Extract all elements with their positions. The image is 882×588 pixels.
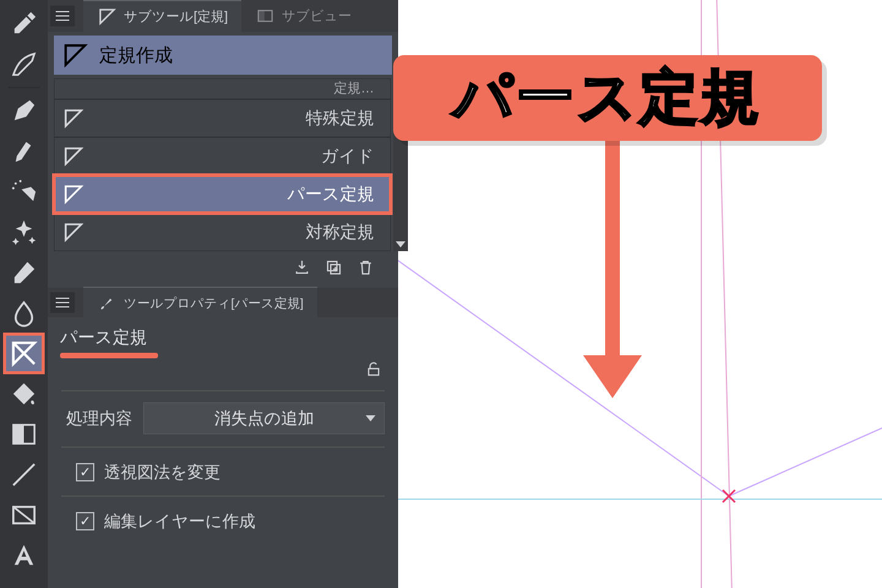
scroll-down-icon — [396, 241, 405, 247]
svg-line-10 — [398, 239, 729, 496]
process-select[interactable]: 消失点の追加 — [143, 402, 385, 434]
tool-property-tab-bar: ツールプロパティ[パース定規] — [48, 288, 398, 317]
annotation-callout: パース定規 — [393, 55, 822, 141]
eyedropper-tool[interactable] — [5, 5, 43, 43]
subtool-label: ガイド — [92, 145, 374, 168]
unlock-icon[interactable] — [365, 361, 382, 378]
pen-tool[interactable] — [5, 92, 43, 130]
airbrush-icon — [10, 178, 38, 206]
chevron-down-icon — [366, 415, 375, 421]
fill-tool[interactable] — [5, 375, 43, 413]
tool-property-tab-label: ツールプロパティ[パース定規] — [124, 295, 304, 312]
marker-tool[interactable] — [5, 132, 43, 170]
trash-icon — [356, 258, 375, 277]
pen-icon — [10, 97, 38, 125]
toolbar-separator — [8, 87, 40, 88]
subtool-label: パース定規 — [92, 183, 374, 206]
subtool-item-perspective[interactable]: パース定規 — [54, 175, 391, 213]
subtool-tab-bar: サブツール[定規] サブビュー — [48, 0, 398, 32]
divider — [61, 447, 385, 448]
airbrush-tool[interactable] — [5, 173, 43, 211]
option-change-perspective[interactable]: 透視図法を変更 — [76, 461, 398, 483]
svg-line-11 — [729, 398, 882, 496]
tab-tool-property[interactable]: ツールプロパティ[パース定規] — [83, 287, 317, 318]
ruler-icon — [63, 146, 84, 167]
svg-point-0 — [15, 183, 17, 185]
annotation-arrow — [591, 141, 634, 398]
subtool-item-guide[interactable]: ガイド — [54, 137, 391, 175]
main-toolbar — [0, 0, 48, 588]
curve-pen-icon — [10, 50, 38, 78]
subtool-label: 定規… — [63, 79, 374, 97]
text-icon — [10, 541, 38, 570]
fill-icon — [10, 380, 38, 408]
process-label: 処理内容 — [66, 407, 132, 429]
checkbox-checked-icon — [76, 512, 94, 530]
tool-property-name: パース定規 — [60, 326, 398, 349]
blend-tool[interactable] — [5, 294, 43, 332]
gradient-icon — [10, 420, 38, 448]
delete-subtool-button[interactable] — [354, 257, 377, 278]
subtool-label: 対称定規 — [92, 221, 374, 244]
process-row: 処理内容 消失点の追加 — [66, 402, 385, 434]
lock-row — [48, 358, 398, 378]
subtool-category[interactable]: 定規作成 — [54, 36, 392, 75]
line-icon — [10, 461, 38, 489]
ruler-icon — [63, 184, 84, 205]
tab-subview[interactable]: サブビュー — [241, 0, 365, 32]
subview-icon — [255, 7, 276, 25]
tab-subtool-label: サブツール[定規] — [124, 7, 228, 26]
eraser-tool[interactable] — [5, 254, 43, 292]
annotation-underline — [60, 353, 158, 358]
option-create-on-edit-layer[interactable]: 編集レイヤーに作成 — [76, 510, 398, 532]
arrow-down-icon — [583, 355, 642, 398]
checkbox-checked-icon — [76, 463, 94, 481]
ruler-icon — [62, 42, 88, 68]
frame-icon — [10, 501, 38, 529]
annotation-text: パース定規 — [453, 58, 762, 138]
tab-subtool[interactable]: サブツール[定規] — [83, 0, 241, 32]
svg-rect-4 — [13, 425, 24, 444]
import-icon — [293, 258, 311, 277]
line-tool[interactable] — [5, 456, 43, 494]
text-tool[interactable] — [5, 537, 43, 575]
panel-menu-button[interactable] — [50, 292, 75, 313]
category-label: 定規作成 — [99, 43, 173, 68]
ruler-icon — [10, 339, 38, 368]
ruler-icon — [97, 7, 118, 26]
svg-rect-7 — [258, 10, 265, 21]
curve-pen-tool[interactable] — [5, 45, 43, 83]
frame-tool[interactable] — [5, 496, 43, 534]
ruler-icon — [63, 108, 84, 129]
marker-icon — [10, 137, 38, 165]
side-panel: サブツール[定規] サブビュー 定規作成 定規… 特殊定規 ガイド パース定規 — [48, 0, 398, 588]
subtool-actions — [48, 251, 398, 284]
brush-icon — [97, 294, 118, 312]
decoration-tool[interactable] — [5, 213, 43, 251]
eraser-icon — [10, 258, 38, 287]
subtool-label: 特殊定規 — [92, 107, 374, 130]
svg-point-1 — [19, 180, 21, 183]
svg-point-2 — [12, 187, 15, 189]
subtool-list: 定規… 特殊定規 ガイド パース定規 対称定規 — [54, 78, 391, 251]
duplicate-icon — [325, 258, 343, 277]
decoration-icon — [10, 218, 38, 246]
ruler-icon — [63, 222, 84, 243]
panel-menu-button[interactable] — [50, 6, 75, 26]
divider — [61, 496, 385, 497]
subtool-item-truncated[interactable]: 定規… — [54, 78, 391, 99]
subtool-item-special[interactable]: 特殊定規 — [54, 99, 391, 137]
option-label: 編集レイヤーに作成 — [104, 510, 255, 532]
duplicate-subtool-button[interactable] — [322, 257, 345, 278]
option-label: 透視図法を変更 — [104, 461, 221, 483]
divider — [61, 390, 385, 391]
import-subtool-button[interactable] — [290, 257, 314, 278]
subtool-item-symmetry[interactable]: 対称定規 — [54, 213, 391, 251]
process-value: 消失点の追加 — [214, 407, 314, 429]
gradient-tool[interactable] — [5, 415, 43, 453]
blend-icon — [10, 299, 38, 327]
tab-subview-label: サブビュー — [282, 7, 352, 25]
eyedropper-icon — [10, 10, 38, 38]
ruler-tool[interactable] — [5, 334, 43, 372]
